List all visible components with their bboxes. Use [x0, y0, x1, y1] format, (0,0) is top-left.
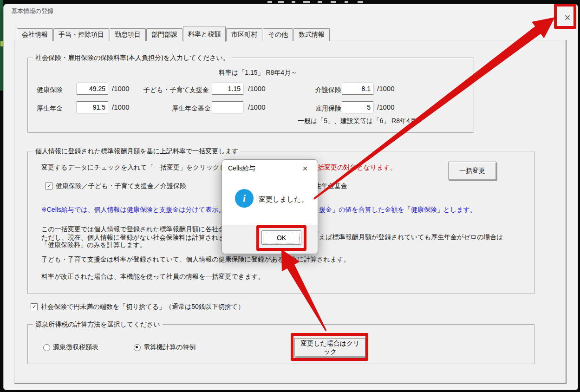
- tax-table-radio[interactable]: [43, 344, 50, 351]
- info-icon-glyph: i: [243, 192, 246, 204]
- close-icon: ×: [302, 163, 307, 174]
- pension-fund-label: 厚生年金基金: [161, 105, 211, 112]
- info-icon: i: [235, 189, 254, 208]
- child-support-rate-input[interactable]: [212, 83, 243, 95]
- dialog-title: Cells給与: [228, 164, 255, 173]
- health-insurance-label: 健康保険: [37, 86, 63, 94]
- dialog-message: 変更しました。: [259, 195, 308, 204]
- bulk-para1: この一括変更では個人情報で登録された標準報酬月額に各社会: [41, 225, 225, 233]
- bulk-para4: 子ども・子育て支援金は料率が登録されていて、個人情報の健康保険に登録がある場合に…: [41, 255, 350, 263]
- screen-artifact: [267, 1, 272, 3]
- health-bulk-checkbox-label: 健康保険／子ども・子育て支援金／介護保険: [56, 182, 186, 190]
- tab-municipality[interactable]: 市区町村: [226, 28, 262, 41]
- tax-method-legend: 源泉所得税の計算方法を選択してください: [33, 320, 163, 329]
- pension-rate-input[interactable]: [77, 101, 108, 113]
- window-close-button[interactable]: ×: [558, 10, 577, 26]
- rounding-checkbox-label: 社会保険で円未満の端数を「切り捨てる」（通常は50銭以下切捨て）: [41, 303, 244, 311]
- screen: 基本情報の登録 × 会社情報 手当・控除項目 勤怠項目 部門部課 料率と税額 市…: [0, 0, 580, 392]
- apply-change-button[interactable]: 変更した場合はクリック: [294, 338, 366, 357]
- pension-label: 厚生年金: [37, 105, 63, 112]
- tax-method-groupbox: [27, 324, 534, 364]
- tab-formula-info[interactable]: 数式情報: [293, 28, 330, 41]
- per-1000-label: /1000: [377, 85, 395, 92]
- cells-note-blue: ※Cells給与では、個人情報は健康保険と支援金は分けて表示。: [41, 206, 225, 214]
- check-icon: ✓: [32, 304, 36, 309]
- background-speck: [0, 41, 3, 46]
- message-dialog: Cells給与 × i 変更しました。 OK: [222, 159, 318, 254]
- rate-note-bottom: 一般は「5」、建設業等は「6」 R8年4月～: [298, 117, 423, 125]
- tab-attendance[interactable]: 勤怠項目: [110, 28, 146, 41]
- child-support-label: 子ども・子育て支援金: [143, 86, 209, 94]
- rate-note-top: 料率は「1.15」 R8年4月～: [219, 69, 297, 77]
- computer-calc-radio[interactable]: [134, 344, 141, 351]
- check-icon: ✓: [47, 183, 51, 189]
- health-insurance-rate-input[interactable]: [77, 83, 108, 95]
- screen-artifact: [345, 1, 348, 3]
- bulk-instruction-red-fragment: 括変更の対象となります。: [318, 163, 397, 171]
- window-title: 基本情報の登録: [11, 7, 53, 15]
- screen-artifact: [303, 1, 310, 3]
- tab-allowance-deduction[interactable]: 手当・控除項目: [53, 28, 109, 41]
- screen-artifact: [331, 1, 336, 3]
- tab-departments[interactable]: 部門部課: [146, 28, 182, 41]
- bulk-para5: 料率が改正された場合は、本機能を使って社員の情報を一括変更できます。: [41, 273, 265, 281]
- per-1000-label: /1000: [112, 103, 130, 111]
- cells-note-blue-fragment: 援金」の値を合算した金額を「健康保険」とします。: [319, 206, 476, 214]
- per-1000-label: /1000: [112, 85, 130, 92]
- tab-strip: 会社情報 手当・控除項目 勤怠項目 部門部課 料率と税額 市区町村 その他 数式…: [17, 26, 330, 41]
- dialog-close-button[interactable]: ×: [298, 163, 312, 175]
- per-1000-label: /1000: [248, 103, 266, 111]
- screen-artifact: [318, 1, 322, 3]
- nursing-insurance-rate-input[interactable]: [342, 83, 373, 95]
- per-1000-label: /1000: [377, 103, 395, 111]
- bulk-change-button[interactable]: 一括変更: [448, 162, 496, 180]
- close-icon: ×: [564, 11, 571, 24]
- nursing-insurance-label: 介護保険: [315, 86, 341, 94]
- screen-artifact: [278, 1, 284, 3]
- rounding-checkbox[interactable]: ✓: [31, 303, 38, 310]
- tab-company-info[interactable]: 会社情報: [17, 28, 53, 41]
- bulk-para2-end: えば標準報酬月額が登録されていても厚生年金がゼロの場合は: [319, 233, 503, 241]
- pension-fund-rate-input[interactable]: [212, 101, 243, 113]
- employment-insurance-rate-input[interactable]: [342, 101, 373, 113]
- screen-artifact: [292, 1, 295, 3]
- health-bulk-checkbox[interactable]: ✓: [46, 183, 52, 189]
- bulk-change-legend: 個人情報に登録された標準報酬月額を基に上記料率で一括変更します: [33, 147, 241, 156]
- pension-fund-fragment: 生年金基金: [315, 182, 347, 190]
- tab-rates-and-tax[interactable]: 料率と税額: [183, 26, 226, 42]
- rates-legend: 社会保険・雇用保険の保険料率(本人負担分)を入力してください。: [33, 54, 232, 62]
- tab-other[interactable]: その他: [263, 28, 293, 41]
- tax-table-radio-label: 源泉徴収税額表: [53, 343, 98, 351]
- computer-calc-radio-label: 電算機計算の特例: [143, 343, 196, 351]
- employment-insurance-label: 雇用保険: [315, 105, 341, 112]
- ok-button[interactable]: OK: [261, 230, 301, 245]
- per-1000-label: /1000: [248, 85, 266, 92]
- bulk-para2: ただし、現在、個人情報に登録がない社会保険料は計算されません: [41, 234, 238, 242]
- screen-artifact: [358, 1, 363, 3]
- bulk-para3: 「健康保険料」のみを計算します。: [41, 241, 146, 249]
